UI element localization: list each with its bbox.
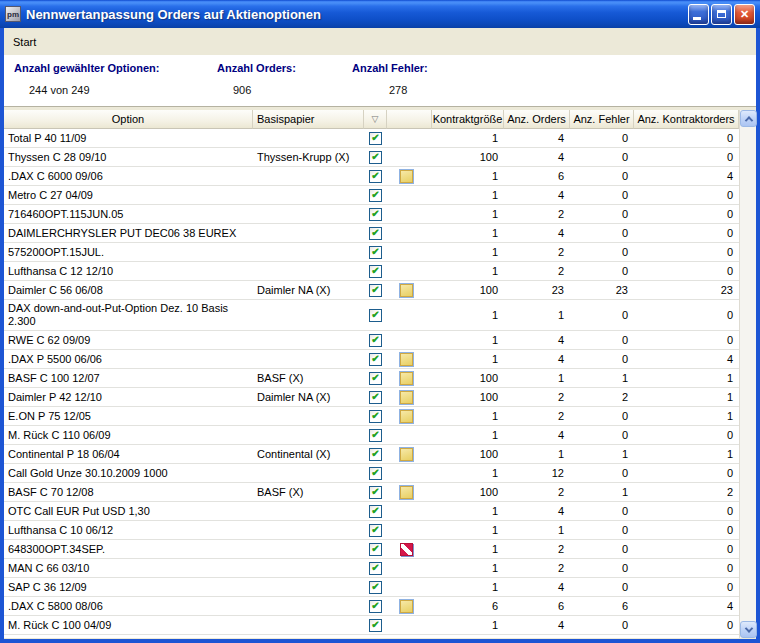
checkbox-cell[interactable]: ✔ xyxy=(364,243,387,261)
checkbox-cell[interactable]: ✔ xyxy=(364,616,387,634)
scroll-down-button[interactable] xyxy=(740,621,757,638)
checkbox-checked-icon[interactable]: ✔ xyxy=(369,353,382,366)
checkbox-cell[interactable]: ✔ xyxy=(364,464,387,482)
checkbox-cell[interactable]: ✔ xyxy=(364,578,387,596)
table-row[interactable]: Lufthansa C 12 12/10 ✔ 1 2 0 0 xyxy=(4,262,739,281)
table-row[interactable]: .DAX C 6000 09/06 ✔ 1 6 0 4 xyxy=(4,167,739,186)
table-row[interactable]: Continental P 18 06/04 Continental (X) ✔… xyxy=(4,445,739,464)
table-row[interactable]: Daimler P 42 12/10 Daimler NA (X) ✔ 100 … xyxy=(4,388,739,407)
table-row[interactable]: Call Gold Unze 30.10.2009 1000 ✔ 1 12 0 … xyxy=(4,464,739,483)
checkbox-checked-icon[interactable]: ✔ xyxy=(369,132,382,145)
table-row[interactable]: DAX down-and-out-Put-Option Dez. 10 Basi… xyxy=(4,300,739,331)
checkbox-checked-icon[interactable]: ✔ xyxy=(369,562,382,575)
vertical-scrollbar[interactable] xyxy=(739,110,756,638)
checkbox-checked-icon[interactable]: ✔ xyxy=(369,227,382,240)
checkbox-cell[interactable]: ✔ xyxy=(364,350,387,368)
kontraktgroesse-cell: 100 xyxy=(432,388,504,406)
title-bar[interactable]: pm Nennwertanpassung Orders auf Aktienop… xyxy=(0,0,760,28)
table-row[interactable]: Lufthansa C 10 06/12 ✔ 1 1 0 0 xyxy=(4,521,739,540)
checkbox-checked-icon[interactable]: ✔ xyxy=(369,372,382,385)
checkbox-cell[interactable]: ✔ xyxy=(364,426,387,444)
checkbox-checked-icon[interactable]: ✔ xyxy=(369,284,382,297)
table-row[interactable]: .DAX C 5800 08/06 ✔ 6 6 6 4 xyxy=(4,597,739,616)
checkbox-cell[interactable]: ✔ xyxy=(364,597,387,615)
column-header-kontraktgroesse[interactable]: Kontraktgröße xyxy=(432,110,504,129)
checkbox-checked-icon[interactable]: ✔ xyxy=(369,265,382,278)
table-row[interactable]: OTC Call EUR Put USD 1,30 ✔ 1 4 0 0 xyxy=(4,502,739,521)
column-header-checkbox[interactable]: ▽ xyxy=(364,110,387,129)
table-row[interactable]: Metro C 27 04/09 ✔ 1 4 0 0 xyxy=(4,186,739,205)
column-header-option[interactable]: Option xyxy=(4,110,253,129)
checkbox-cell[interactable]: ✔ xyxy=(364,148,387,166)
column-header-status[interactable] xyxy=(387,110,432,129)
checkbox-checked-icon[interactable]: ✔ xyxy=(369,189,382,202)
checkbox-checked-icon[interactable]: ✔ xyxy=(369,467,382,480)
checkbox-checked-icon[interactable]: ✔ xyxy=(369,246,382,259)
table-row[interactable]: Total P 40 11/09 ✔ 1 4 0 0 xyxy=(4,129,739,148)
checkbox-checked-icon[interactable]: ✔ xyxy=(369,208,382,221)
table-row[interactable]: BASF C 100 12/07 BASF (X) ✔ 100 1 1 1 xyxy=(4,369,739,388)
table-row[interactable]: Daimler C 56 06/08 Daimler NA (X) ✔ 100 … xyxy=(4,281,739,300)
maximize-button[interactable] xyxy=(711,4,732,25)
checkbox-checked-icon[interactable]: ✔ xyxy=(369,486,382,499)
checkbox-checked-icon[interactable]: ✔ xyxy=(369,429,382,442)
checkbox-cell[interactable]: ✔ xyxy=(364,540,387,558)
column-header-anz-fehler[interactable]: Anz. Fehler xyxy=(570,110,634,129)
checkbox-checked-icon[interactable]: ✔ xyxy=(369,581,382,594)
table-row[interactable]: BASF C 70 12/08 BASF (X) ✔ 100 2 1 2 xyxy=(4,483,739,502)
table-row[interactable]: DAIMLERCHRYSLER PUT DEC06 38 EUREX ✔ 1 4… xyxy=(4,224,739,243)
checkbox-cell[interactable]: ✔ xyxy=(364,186,387,204)
checkbox-checked-icon[interactable]: ✔ xyxy=(369,619,382,632)
checkbox-checked-icon[interactable]: ✔ xyxy=(369,309,382,322)
menu-item-start[interactable]: Start xyxy=(4,32,45,52)
checkbox-checked-icon[interactable]: ✔ xyxy=(369,543,382,556)
kontraktgroesse-cell: 100 xyxy=(432,369,504,387)
minimize-button[interactable] xyxy=(688,4,709,25)
checkbox-checked-icon[interactable]: ✔ xyxy=(369,334,382,347)
anz-orders-cell: 2 xyxy=(504,540,570,558)
table-row[interactable]: M. Rück C 100 04/09 ✔ 1 4 0 0 xyxy=(4,616,739,635)
checkbox-cell[interactable]: ✔ xyxy=(364,281,387,299)
checkbox-checked-icon[interactable]: ✔ xyxy=(369,600,382,613)
checkbox-cell[interactable]: ✔ xyxy=(364,388,387,406)
checkbox-cell[interactable]: ✔ xyxy=(364,521,387,539)
filter-icon[interactable]: ▽ xyxy=(372,115,379,124)
checkbox-cell[interactable]: ✔ xyxy=(364,369,387,387)
table-row[interactable]: 716460OPT.115JUN.05 ✔ 1 2 0 0 xyxy=(4,205,739,224)
scroll-up-button[interactable] xyxy=(740,110,757,127)
table-row[interactable]: 648300OPT.34SEP. ✔ 1 2 0 0 xyxy=(4,540,739,559)
checkbox-cell[interactable]: ✔ xyxy=(364,559,387,577)
checkbox-checked-icon[interactable]: ✔ xyxy=(369,151,382,164)
checkbox-cell[interactable]: ✔ xyxy=(364,483,387,501)
checkbox-checked-icon[interactable]: ✔ xyxy=(369,170,382,183)
checkbox-cell[interactable]: ✔ xyxy=(364,224,387,242)
table-row[interactable]: MAN C 66 03/10 ✔ 1 2 0 0 xyxy=(4,559,739,578)
column-header-basispapier[interactable]: Basispapier xyxy=(253,110,364,129)
checkbox-checked-icon[interactable]: ✔ xyxy=(369,505,382,518)
checkbox-checked-icon[interactable]: ✔ xyxy=(369,524,382,537)
checkbox-checked-icon[interactable]: ✔ xyxy=(369,391,382,404)
selected-options-label: Anzahl gewählter Optionen: xyxy=(14,62,159,74)
close-button[interactable]: ✕ xyxy=(734,4,755,25)
table-row[interactable]: RWE C 62 09/09 ✔ 1 4 0 0 xyxy=(4,331,739,350)
status-cell xyxy=(387,445,432,463)
table-row[interactable]: 575200OPT.15JUL. ✔ 1 2 0 0 xyxy=(4,243,739,262)
column-header-anz-orders[interactable]: Anz. Orders xyxy=(504,110,570,129)
column-header-anz-kontraktorders[interactable]: Anz. Kontraktorders xyxy=(634,110,739,129)
checkbox-cell[interactable]: ✔ xyxy=(364,262,387,280)
checkbox-cell[interactable]: ✔ xyxy=(364,407,387,425)
checkbox-cell[interactable]: ✔ xyxy=(364,129,387,147)
checkbox-checked-icon[interactable]: ✔ xyxy=(369,448,382,461)
checkbox-cell[interactable]: ✔ xyxy=(364,445,387,463)
checkbox-cell[interactable]: ✔ xyxy=(364,331,387,349)
table-row[interactable]: SAP C 36 12/09 ✔ 1 4 0 0 xyxy=(4,578,739,597)
checkbox-checked-icon[interactable]: ✔ xyxy=(369,410,382,423)
checkbox-cell[interactable]: ✔ xyxy=(364,167,387,185)
table-row[interactable]: .DAX P 5500 06/06 ✔ 1 4 0 4 xyxy=(4,350,739,369)
table-row[interactable]: M. Rück C 110 06/09 ✔ 1 4 0 0 xyxy=(4,426,739,445)
table-row[interactable]: Thyssen C 28 09/10 Thyssen-Krupp (X) ✔ 1… xyxy=(4,148,739,167)
checkbox-cell[interactable]: ✔ xyxy=(364,300,387,330)
table-row[interactable]: E.ON P 75 12/05 ✔ 1 2 0 1 xyxy=(4,407,739,426)
checkbox-cell[interactable]: ✔ xyxy=(364,502,387,520)
checkbox-cell[interactable]: ✔ xyxy=(364,205,387,223)
